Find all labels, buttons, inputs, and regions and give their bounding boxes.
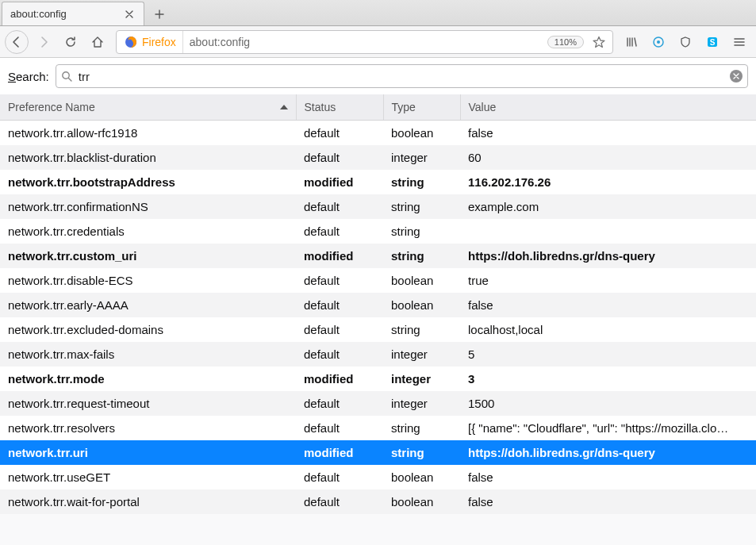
- identity-label: Firefox: [142, 36, 176, 48]
- url-bar[interactable]: Firefox 110%: [116, 30, 613, 54]
- table-row[interactable]: network.trr.confirmationNSdefaultstringe…: [0, 194, 756, 219]
- cell-value: example.com: [460, 194, 756, 219]
- cell-name: network.trr.uri: [0, 440, 296, 465]
- col-header-value-label: Value: [469, 101, 497, 113]
- table-row[interactable]: network.trr.excluded-domainsdefaultstrin…: [0, 317, 756, 342]
- library-icon[interactable]: [620, 30, 643, 54]
- cell-type: string: [383, 194, 460, 219]
- cell-value: 3: [460, 367, 756, 391]
- table-row[interactable]: network.trr.disable-ECSdefaultbooleantru…: [0, 268, 756, 293]
- cell-type: string: [383, 440, 460, 465]
- home-button[interactable]: [86, 30, 109, 54]
- cell-name: network.trr.mode: [0, 367, 296, 391]
- cell-value: [{ "name": "Cloudflare", "url": "https:/…: [460, 416, 756, 440]
- search-icon: [61, 71, 72, 82]
- col-header-status[interactable]: Status: [296, 94, 383, 121]
- col-header-name[interactable]: Preference Name: [0, 94, 296, 121]
- table-row[interactable]: network.trr.allow-rfc1918defaultbooleanf…: [0, 121, 756, 146]
- col-header-value[interactable]: Value: [460, 94, 756, 121]
- table-row[interactable]: network.trr.custom_urimodifiedstringhttp…: [0, 244, 756, 268]
- search-label: Search:: [8, 70, 49, 83]
- cell-status: modified: [296, 440, 383, 465]
- cell-value: false: [460, 121, 756, 146]
- cell-status: default: [296, 391, 383, 416]
- cell-status: default: [296, 293, 383, 317]
- cell-type: string: [383, 317, 460, 342]
- cell-name: network.trr.wait-for-portal: [0, 489, 296, 514]
- cell-status: modified: [296, 244, 383, 268]
- cell-status: default: [296, 194, 383, 219]
- col-header-type[interactable]: Type: [383, 94, 460, 121]
- cell-name: network.trr.disable-ECS: [0, 268, 296, 293]
- cell-status: default: [296, 268, 383, 293]
- cell-status: default: [296, 317, 383, 342]
- svg-text:S: S: [710, 37, 716, 46]
- cell-value: false: [460, 465, 756, 489]
- cell-value: 60: [460, 145, 756, 170]
- cell-status: default: [296, 145, 383, 170]
- bookmark-star-icon[interactable]: [587, 30, 611, 54]
- clear-search-icon[interactable]: [730, 70, 743, 83]
- browser-tab[interactable]: about:config: [2, 2, 144, 25]
- cell-name: network.trr.credentials: [0, 219, 296, 244]
- table-row[interactable]: network.trr.request-timeoutdefaultintege…: [0, 391, 756, 416]
- table-row[interactable]: network.trr.max-failsdefaultinteger5: [0, 342, 756, 367]
- table-row[interactable]: network.trr.blacklist-durationdefaultint…: [0, 145, 756, 170]
- cell-value: 116.202.176.26: [460, 170, 756, 194]
- url-input[interactable]: [183, 36, 547, 48]
- cell-status: modified: [296, 170, 383, 194]
- table-row[interactable]: network.trr.early-AAAAdefaultbooleanfals…: [0, 293, 756, 317]
- cell-name: network.trr.blacklist-duration: [0, 145, 296, 170]
- new-tab-button[interactable]: [148, 3, 171, 25]
- zoom-badge[interactable]: 110%: [547, 36, 584, 48]
- extension-icon[interactable]: [647, 30, 670, 54]
- svg-point-2: [657, 40, 660, 44]
- cell-name: network.trr.request-timeout: [0, 391, 296, 416]
- cell-name: network.trr.excluded-domains: [0, 317, 296, 342]
- cell-type: boolean: [383, 268, 460, 293]
- skype-icon[interactable]: S: [700, 30, 724, 54]
- cell-type: boolean: [383, 293, 460, 317]
- cell-status: default: [296, 219, 383, 244]
- search-box[interactable]: [56, 64, 748, 88]
- cell-status: modified: [296, 367, 383, 391]
- shield-icon[interactable]: [673, 30, 697, 54]
- cell-type: boolean: [383, 121, 460, 146]
- hamburger-menu-icon[interactable]: [727, 30, 751, 54]
- table-row[interactable]: network.trr.wait-for-portaldefaultboolea…: [0, 489, 756, 514]
- cell-type: integer: [383, 367, 460, 391]
- cell-type: string: [383, 244, 460, 268]
- cell-value: false: [460, 489, 756, 514]
- close-tab-icon[interactable]: [123, 8, 136, 21]
- reload-button[interactable]: [59, 30, 83, 54]
- cell-type: boolean: [383, 489, 460, 514]
- search-input[interactable]: [77, 69, 725, 84]
- table-row[interactable]: network.trr.resolversdefaultstring[{ "na…: [0, 416, 756, 440]
- cell-name: network.trr.useGET: [0, 465, 296, 489]
- col-header-type-label: Type: [392, 101, 416, 113]
- firefox-icon: [125, 36, 137, 48]
- col-header-status-label: Status: [305, 101, 336, 113]
- table-row[interactable]: network.trr.credentialsdefaultstring: [0, 219, 756, 244]
- cell-status: default: [296, 489, 383, 514]
- col-header-name-label: Preference Name: [8, 101, 95, 113]
- table-row[interactable]: network.trr.bootstrapAddressmodifiedstri…: [0, 170, 756, 194]
- table-row[interactable]: network.trr.urimodifiedstringhttps://doh…: [0, 440, 756, 465]
- forward-button: [32, 30, 56, 54]
- cell-value: [460, 219, 756, 244]
- cell-status: default: [296, 342, 383, 367]
- cell-status: default: [296, 465, 383, 489]
- back-button[interactable]: [5, 30, 29, 54]
- cell-type: string: [383, 219, 460, 244]
- cell-type: string: [383, 170, 460, 194]
- table-row[interactable]: network.trr.useGETdefaultbooleanfalse: [0, 465, 756, 489]
- cell-value: localhost,local: [460, 317, 756, 342]
- cell-type: integer: [383, 391, 460, 416]
- cell-name: network.trr.max-fails: [0, 342, 296, 367]
- cell-value: 5: [460, 342, 756, 367]
- search-row: Search:: [0, 58, 756, 94]
- cell-name: network.trr.resolvers: [0, 416, 296, 440]
- table-row[interactable]: network.trr.modemodifiedinteger3: [0, 367, 756, 391]
- cell-value: https://doh.libredns.gr/dns-query: [460, 440, 756, 465]
- identity-box[interactable]: Firefox: [118, 31, 183, 53]
